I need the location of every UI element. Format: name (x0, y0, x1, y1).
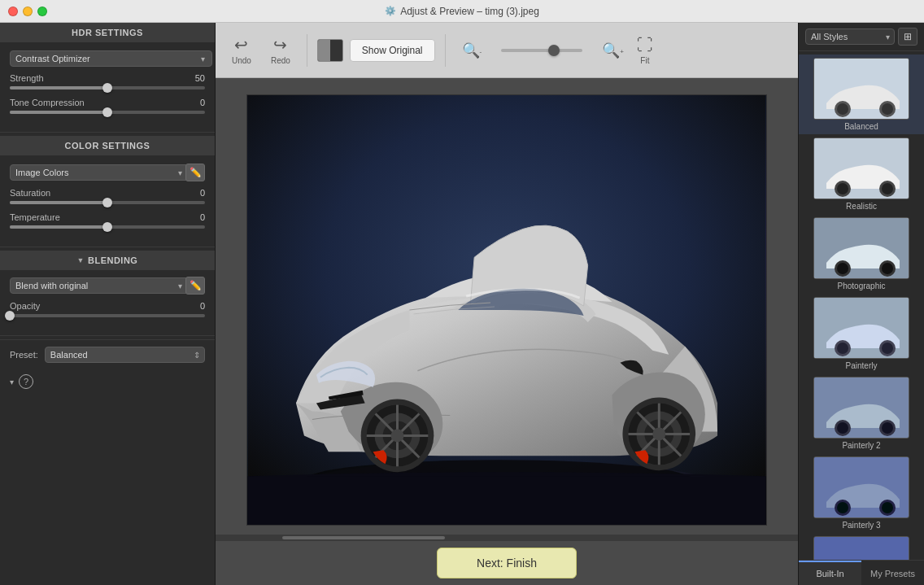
blending-header[interactable]: ▼ BLENDING (0, 251, 215, 270)
image-colors-dropdown[interactable]: Image Colors (10, 164, 190, 181)
undo-button[interactable]: ↩ Undo (225, 32, 258, 68)
style-label-painterly3: Painterly 3 (842, 521, 880, 530)
tone-compression-thumb[interactable] (102, 107, 112, 117)
undo-icon: ↩ (234, 35, 248, 55)
version-arrow[interactable]: ▾ (10, 378, 14, 386)
strength-thumb[interactable] (102, 83, 112, 93)
help-icon[interactable]: ? (19, 374, 33, 389)
right-panel: All Styles ▾ ⊞ (798, 23, 924, 585)
svg-point-39 (837, 343, 848, 354)
svg-point-36 (882, 263, 893, 274)
fit-icon: ⛶ (637, 36, 653, 55)
grid-view-button[interactable]: ⊞ (898, 28, 917, 46)
built-in-tab[interactable]: Built-In (799, 561, 861, 585)
opacity-thumb[interactable] (5, 311, 15, 321)
style-thumbnail-painterly3 (813, 456, 909, 518)
zoom-slider[interactable] (501, 49, 582, 52)
window-title: ⚙️ Adjust & Preview – timg (3).jpeg (385, 6, 539, 17)
zoom-out-icon: 🔍- (462, 41, 482, 59)
split-right (330, 40, 342, 61)
style-thumbnail-realistic (813, 138, 909, 199)
strength-fill (10, 86, 107, 89)
pencil-icon-button[interactable]: ✏️ (185, 164, 205, 181)
blending-label: BLENDING (88, 255, 137, 265)
painterly-thumbnail-image (814, 298, 909, 359)
help-row: ▾ ? (0, 369, 215, 394)
temperature-slider-row: Temperature 0 (10, 212, 205, 229)
toolbar: ↩ Undo ↪ Redo Show Original 🔍- (216, 23, 798, 78)
horizontal-scrollbar[interactable] (216, 535, 798, 541)
zoom-in-icon: 🔍+ (602, 41, 624, 59)
saturation-value: 0 (185, 188, 205, 198)
bottom-bar: Next: Finish (216, 541, 798, 585)
blending-collapse-arrow: ▼ (77, 256, 85, 264)
opacity-track[interactable] (10, 314, 205, 317)
show-original-button[interactable]: Show Original (350, 39, 435, 62)
separator-2 (445, 34, 446, 67)
style-item-realistic[interactable]: Realistic (799, 134, 924, 214)
saturation-thumb[interactable] (102, 198, 112, 207)
styles-header-row: All Styles ▾ ⊞ (799, 23, 924, 51)
temperature-fill (10, 225, 107, 229)
svg-point-41 (882, 343, 893, 354)
style-item-photographic[interactable]: Photographic (799, 214, 924, 294)
minimize-button[interactable] (23, 7, 33, 16)
blend-dropdown-row: Blend with original ▾ ✏️ (10, 277, 205, 295)
style-item-painterly[interactable]: Painterly (799, 294, 924, 373)
redo-button[interactable]: ↪ Redo (264, 32, 297, 68)
svg-point-20 (652, 427, 665, 440)
window-controls[interactable] (8, 7, 47, 16)
saturation-track[interactable] (10, 201, 205, 204)
style-item-painterly2[interactable]: Painterly 2 (799, 373, 924, 453)
style-label-realistic: Realistic (846, 202, 877, 211)
temperature-value: 0 (185, 212, 205, 222)
all-styles-dropdown[interactable]: All Styles (805, 28, 895, 45)
svg-point-34 (837, 263, 848, 274)
zoom-out-button[interactable]: 🔍- (455, 38, 489, 63)
zoom-slider-thumb[interactable] (548, 45, 560, 56)
blending-content: Blend with original ▾ ✏️ Opacity 0 (0, 270, 215, 332)
maximize-button[interactable] (37, 7, 47, 16)
bottom-tabs: Built-In My Presets (799, 560, 924, 585)
saturation-label-row: Saturation 0 (10, 188, 205, 198)
strength-track[interactable] (10, 86, 205, 89)
opacity-value: 0 (185, 301, 205, 311)
preset-row: Preset: Balanced ⇕ (0, 339, 215, 369)
styles-list: Balanced Realistic (799, 51, 924, 560)
my-presets-tab[interactable]: My Presets (861, 561, 924, 585)
blend-dropdown[interactable]: Blend with original (10, 277, 190, 294)
svg-point-44 (837, 422, 848, 434)
svg-rect-52 (814, 537, 909, 560)
style-item-painterly3[interactable]: Painterly 3 (799, 453, 924, 533)
tone-compression-label-row: Tone Compression 0 (10, 98, 205, 107)
strength-label-row: Strength 50 (10, 73, 205, 83)
contrast-optimizer-dropdown[interactable]: Contrast Optimizer (10, 50, 212, 67)
temperature-track[interactable] (10, 225, 205, 229)
saturation-slider-row: Saturation 0 (10, 188, 205, 204)
split-preview-button[interactable] (317, 39, 343, 62)
preset-dropdown[interactable]: Balanced (45, 347, 205, 363)
scrollbar-thumb[interactable] (282, 536, 445, 539)
next-finish-button[interactable]: Next: Finish (437, 548, 577, 578)
painterly2-thumbnail-image (814, 378, 909, 439)
temperature-thumb[interactable] (102, 222, 112, 232)
redo-label: Redo (271, 56, 290, 65)
image-area (216, 78, 798, 541)
fit-button[interactable]: ⛶ Fit (637, 36, 653, 65)
style-item-balanced[interactable]: Balanced (799, 55, 924, 134)
preset-dropdown-wrapper: Balanced ⇕ (45, 347, 205, 363)
style-thumbnail-partial (813, 536, 909, 560)
style-label-balanced: Balanced (844, 122, 878, 131)
styles-dropdown-wrapper: All Styles ▾ (805, 28, 895, 45)
zoom-in-button[interactable]: 🔍+ (595, 38, 630, 63)
image-colors-row: Image Colors ▾ ✏️ (10, 164, 205, 181)
close-button[interactable] (8, 7, 18, 16)
blend-pencil-button[interactable]: ✏️ (185, 277, 205, 295)
tone-compression-track[interactable] (10, 111, 205, 114)
style-label-painterly: Painterly (846, 361, 878, 370)
style-thumbnail-photographic (813, 217, 909, 279)
realistic-thumbnail-image (814, 138, 909, 199)
style-item-partial[interactable] (799, 533, 924, 560)
balanced-thumbnail-image (814, 59, 909, 120)
tone-compression-value: 0 (185, 98, 205, 107)
